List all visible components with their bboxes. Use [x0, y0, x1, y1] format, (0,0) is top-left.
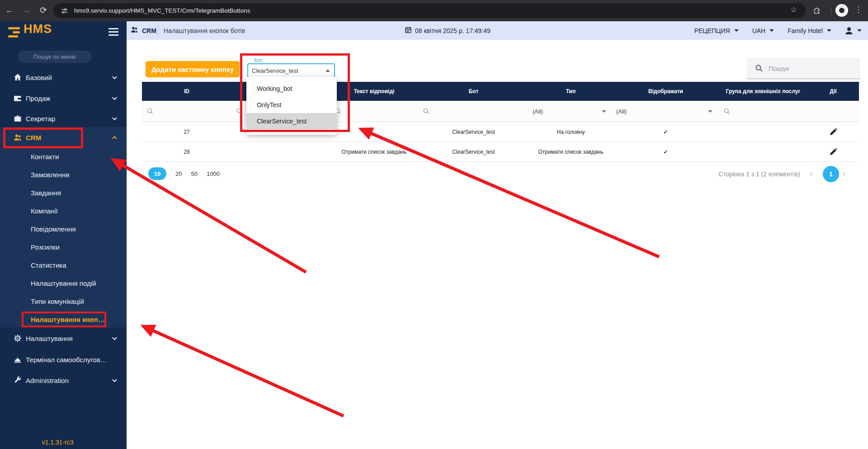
bot-option-onlytest[interactable]: OnlyTest	[246, 97, 337, 113]
filter-id[interactable]	[142, 101, 231, 122]
bot-option-working-bot[interactable]: Working_bot	[246, 80, 337, 97]
browser-toolbar: ← → ⟳ hms9.servio.support/HMS_MVC_TEST/C…	[0, 0, 868, 21]
display-checkmark: ✓	[613, 142, 719, 161]
outlet-dropdown[interactable]: РЕЦЕПЦИЯ	[694, 27, 739, 34]
chevron-up-icon	[111, 134, 118, 141]
bookmark-star-icon[interactable]: ☆	[790, 5, 797, 14]
extensions-icon[interactable]	[813, 6, 821, 16]
sidebar-item-administration[interactable]: Administration	[0, 370, 127, 390]
column-header-id[interactable]: ID	[142, 82, 231, 101]
home-icon	[14, 73, 22, 81]
table-search-input[interactable]	[768, 64, 851, 73]
browser-profile-avatar[interactable]	[835, 4, 848, 17]
page-size-50[interactable]: 50	[191, 170, 197, 177]
sidebar-item-bot-buttons[interactable]: Налаштування кнопок бо...	[0, 310, 127, 328]
sidebar-item-statistics[interactable]: Статистика	[0, 256, 127, 274]
filter-external-group[interactable]	[719, 101, 807, 122]
pagination-next-icon[interactable]: ›	[843, 168, 846, 179]
sidebar-item-tasks[interactable]: Завдання	[0, 184, 127, 202]
column-header-bot[interactable]: Бот	[418, 82, 529, 101]
hotel-dropdown[interactable]: Family Hotel	[788, 27, 831, 34]
browser-forward-icon[interactable]: →	[20, 5, 32, 16]
site-settings-icon[interactable]	[61, 7, 68, 14]
edit-pencil-icon[interactable]	[807, 122, 859, 142]
chevron-up-icon	[326, 69, 330, 72]
pagination-info: Сторінка 1 з 1 (2 елементів)	[665, 170, 800, 178]
sidebar-item-communication-types[interactable]: Типи комунікацій	[0, 292, 127, 310]
wallet-icon	[14, 94, 22, 102]
sidebar-item-base[interactable]: Базовий	[0, 67, 127, 87]
edit-pencil-icon[interactable]	[807, 142, 859, 161]
chevron-down-icon	[708, 110, 712, 113]
briefcase-icon	[14, 114, 22, 123]
page-size-20[interactable]: 20	[175, 170, 182, 177]
header-datetime[interactable]: 08 квітня 2025 р. 17:49:49	[405, 21, 491, 40]
sidebar-item-self-service-terminal[interactable]: Термінал самообслуговува...	[0, 350, 127, 369]
search-icon	[723, 108, 731, 115]
sidebar-item-messages[interactable]: Повідомлення	[0, 220, 127, 238]
sidebar-item-label: CRM	[26, 134, 41, 142]
filter-response-text[interactable]	[330, 101, 418, 122]
chevron-down-icon	[827, 29, 831, 32]
users-icon	[130, 26, 139, 35]
column-header-type[interactable]: Тип	[529, 82, 613, 101]
sidebar-item-settings[interactable]: Налаштування	[0, 328, 127, 348]
pagination-page-1[interactable]: 1	[823, 166, 839, 182]
url-text[interactable]: hms9.servio.support/HMS_MVC_TEST/Crm/Tel…	[74, 7, 250, 14]
sidebar-item-secretary[interactable]: Секретар	[0, 109, 127, 128]
annotation-arrows	[0, 0, 868, 449]
sidebar-child-label: Завдання	[31, 189, 61, 197]
menu-search-input[interactable]	[18, 51, 91, 63]
sidebar-item-event-settings[interactable]: Налаштування подій	[0, 274, 127, 292]
column-header-external-group[interactable]: Група для зовнішніх послуг	[719, 82, 807, 101]
bot-select-value: ClearService_test	[252, 67, 326, 74]
bot-option-clearservice-test[interactable]: ClearService_test	[246, 113, 337, 129]
sidebar-child-label: Компанії	[31, 207, 58, 215]
cell-id: 28	[142, 142, 231, 161]
filter-type-select[interactable]: (All)	[529, 101, 613, 122]
page-size-selector: 10 20 50 1000	[148, 167, 220, 180]
table-search[interactable]	[747, 58, 860, 79]
hms-logo-icon	[8, 27, 20, 39]
browser-reload-icon[interactable]: ⟳	[38, 5, 49, 16]
currency-dropdown[interactable]: UAH	[752, 27, 774, 34]
sidebar-child-label: Повідомлення	[31, 225, 76, 233]
bot-select[interactable]: ClearService_test	[247, 63, 335, 78]
calendar-icon	[405, 26, 412, 35]
wrench-icon	[14, 376, 22, 384]
cell-response-text: Отримати список завдань	[330, 142, 418, 161]
breadcrumb-module[interactable]: CRM	[130, 21, 156, 40]
column-header-actions[interactable]: Дії	[807, 82, 859, 101]
search-icon	[423, 108, 430, 115]
sidebar-item-companies[interactable]: Компанії	[0, 202, 127, 220]
page-size-10[interactable]: 10	[148, 167, 166, 180]
browser-back-icon[interactable]: ←	[4, 5, 15, 16]
filter-bot[interactable]	[418, 101, 529, 122]
add-custom-button[interactable]: Додати кастомну кнопку	[146, 61, 240, 77]
page-title: Налаштування кнопок ботів	[164, 21, 245, 40]
sidebar-item-orders[interactable]: Замовлення	[0, 165, 127, 184]
filter-display-select[interactable]: (All)	[613, 101, 719, 122]
page-size-1000[interactable]: 1000	[207, 170, 220, 177]
sidebar-item-crm[interactable]: CRM	[0, 128, 127, 147]
person-icon	[845, 27, 853, 35]
column-header-display[interactable]: Відображати	[613, 82, 719, 101]
sidebar-item-label: Базовий	[26, 74, 52, 81]
pagination-prev-icon[interactable]: ‹	[810, 168, 813, 179]
sidebar: HMS Базовий Продаж Секретар CRM Контакти…	[0, 21, 127, 449]
sidebar-item-contacts[interactable]: Контакти	[0, 147, 127, 165]
address-bar[interactable]: hms9.servio.support/HMS_MVC_TEST/Crm/Tel…	[53, 3, 806, 18]
table-row[interactable]: 28 Отримати список завдань ClearService_…	[142, 142, 859, 162]
chevron-down-icon	[734, 29, 739, 32]
chevron-down-icon	[111, 74, 118, 81]
sidebar-item-sales[interactable]: Продаж	[0, 88, 127, 108]
hotel-label: Family Hotel	[788, 27, 823, 34]
filter-display-value: (All)	[616, 108, 627, 115]
browser-menu-icon[interactable]: ⋮	[854, 5, 863, 14]
sidebar-collapse-icon[interactable]	[108, 28, 118, 38]
chevron-down-icon	[111, 335, 118, 342]
user-menu[interactable]	[845, 27, 862, 35]
sidebar-item-mailings[interactable]: Розсилки	[0, 238, 127, 256]
column-header-response-text[interactable]: Текст відповіді	[330, 82, 418, 101]
sidebar-item-label: Administration	[26, 377, 69, 384]
